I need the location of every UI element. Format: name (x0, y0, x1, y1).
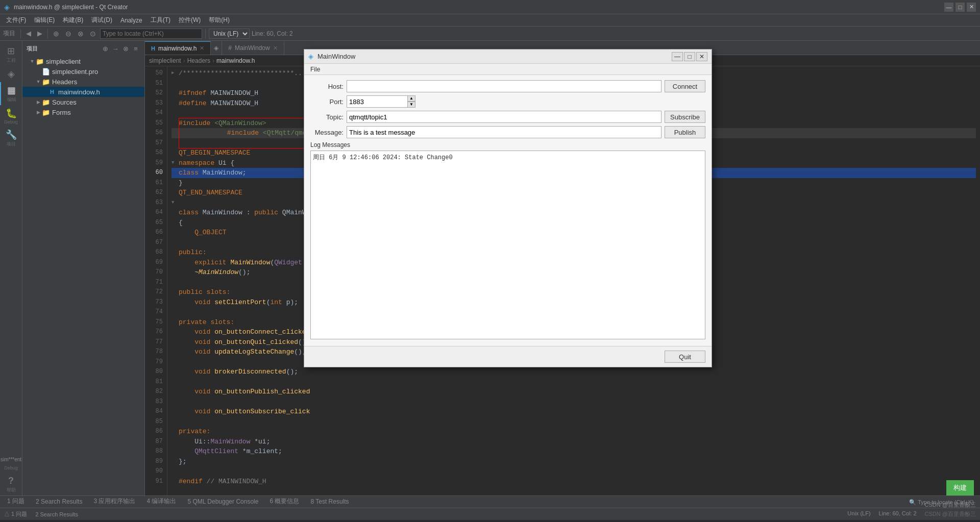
menu-controls[interactable]: 控件(W) (175, 15, 205, 26)
tree-btn-1[interactable]: ⊕ (101, 44, 110, 53)
menu-analyze[interactable]: Analyze (116, 16, 146, 25)
folder-icon-sources: 📁 (42, 98, 50, 106)
construct-button[interactable]: 构建 (946, 480, 974, 495)
tree-btn-4[interactable]: ≡ (131, 44, 140, 53)
port-spin-up[interactable]: ▲ (407, 95, 415, 102)
bottom-tab-compile[interactable]: 4 编译输出 (141, 495, 181, 508)
line-num-91: 91 (145, 477, 163, 487)
back-button[interactable]: ◀ (24, 29, 33, 38)
tree-item-forms[interactable]: ▶ 📁 Forms (22, 107, 144, 117)
nav-btn-1[interactable]: ⊕ (51, 29, 61, 39)
tree-item-pro[interactable]: 📄 simpleclient.pro (22, 66, 144, 77)
popup-port-input[interactable] (347, 95, 408, 108)
tree-item-simpleclient[interactable]: ▼ 📁 simpleclient (22, 56, 144, 66)
tree-item-sources[interactable]: ▶ 📁 Sources (22, 97, 144, 107)
popup-log-section: Log Messages 周日 6月 9 12:46:06 2024: Stat… (310, 141, 705, 341)
menu-tools[interactable]: 工具(T) (146, 15, 175, 26)
activity-item-editor[interactable]: ▦ 编辑 (0, 82, 22, 105)
forward-button[interactable]: ▶ (35, 29, 44, 38)
popup-quit-btn[interactable]: Quit (665, 351, 705, 363)
popup-title-left: ◈ MainWindow (308, 53, 355, 60)
activity-item-help[interactable]: ? 帮助 (0, 473, 22, 495)
breadcrumb-file[interactable]: mainwindow.h (216, 57, 255, 64)
tab-close-mainwindow[interactable]: ✕ (273, 45, 278, 52)
code-line-83 (172, 397, 976, 407)
bottom-tab-problems[interactable]: 1 问题 (2, 495, 30, 508)
bottom-tab-qml-debug[interactable]: 5 QML Debugger Console (182, 496, 263, 508)
close-button[interactable]: ✕ (967, 3, 976, 12)
line-num-56: 56 (145, 128, 163, 138)
code-define: #define (179, 98, 210, 109)
minimize-button[interactable]: — (944, 3, 953, 12)
popup-publish-btn[interactable]: Publish (665, 126, 705, 138)
popup-menu: File (304, 64, 712, 75)
popup-minimize-btn[interactable]: — (672, 52, 683, 61)
editor-toolbar: 项目 ◀ ▶ ⊕ ⊖ ⊗ ⊙ Unix (LF) Line: 60, Col: … (0, 27, 980, 41)
tree-btn-3[interactable]: ⊗ (121, 44, 130, 53)
tree-item-mainwindow-h[interactable]: H mainwindow.h (22, 87, 144, 97)
menu-edit[interactable]: 编辑(E) (30, 15, 59, 26)
bottom-tab-search[interactable]: 2 Search Results (31, 496, 87, 508)
activity-bar: ⊞ 工程 ◈ ▦ 编辑 🐛 Debug 🔧 项目 sim***ent Debug… (0, 41, 22, 495)
popup-host-input[interactable] (347, 80, 662, 92)
menu-debug[interactable]: 调试(D) (87, 15, 116, 26)
activity-item-tools[interactable]: 🔧 项目 (0, 127, 22, 150)
code-explicit: explicit (194, 258, 230, 268)
csdn-watermark-text: CSDN @百里香酚三 (925, 502, 976, 508)
menu-help[interactable]: 帮助(H) (205, 15, 234, 26)
line-ending-select[interactable]: Unix (LF) (209, 29, 250, 39)
line-num-71: 71 (145, 278, 163, 288)
breadcrumb-sep-1: › (183, 57, 185, 64)
menu-file[interactable]: 文件(F) (2, 15, 30, 26)
activity-item-debug[interactable]: 🐛 Debug (0, 105, 22, 127)
line-num-51: 51 (145, 79, 163, 89)
line-num-86: 86 (145, 427, 163, 437)
breadcrumb-root[interactable]: simpleclient (149, 57, 181, 64)
tree-btn-2[interactable]: → (111, 44, 120, 53)
search-input[interactable] (100, 29, 202, 39)
popup-connect-btn[interactable]: Connect (665, 80, 705, 92)
port-spin-down[interactable]: ▼ (407, 102, 415, 108)
popup-log-area[interactable]: 周日 6月 9 12:46:06 2024: State Change0 (310, 151, 705, 339)
code-void-77: void (194, 337, 214, 347)
line-num-77: 77 (145, 337, 163, 347)
main-window-popup: ◈ MainWindow — □ ✕ File Host: Connect Po… (304, 49, 712, 367)
menu-build[interactable]: 构建(B) (59, 15, 87, 26)
code-client-ptr: *m_client; (238, 446, 282, 457)
code-void-80: void (194, 367, 214, 377)
activity-item-sim[interactable]: sim***ent Debug (0, 451, 22, 473)
code-qobject: Q_OBJECT (194, 228, 226, 238)
bottom-tab-summary[interactable]: 6 概要信息 (264, 495, 304, 508)
popup-close-btn[interactable]: ✕ (696, 52, 707, 61)
line-num-87: 87 (145, 437, 163, 447)
nav-btn-2[interactable]: ⊖ (63, 29, 74, 39)
tab-mainwindow-h[interactable]: H mainwindow.h ✕ (145, 41, 211, 55)
tree-toolbar: ⊕ → ⊗ ≡ (101, 44, 140, 53)
maximize-button[interactable]: □ (955, 3, 965, 12)
popup-controls: — □ ✕ (672, 52, 707, 61)
code-line-85 (172, 417, 976, 427)
bottom-tab-app-output[interactable]: 3 应用程序输出 (88, 495, 140, 508)
popup-maximize-btn[interactable]: □ (684, 52, 695, 61)
popup-subscribe-btn[interactable]: Subscribe (665, 111, 705, 123)
tab-mainwindow[interactable]: # MainWindow ✕ (222, 41, 284, 55)
breadcrumb-headers[interactable]: Headers (187, 57, 210, 64)
code-line-91: #endif // MAINWINDOW_H (172, 477, 976, 487)
nav-btn-4[interactable]: ⊙ (88, 29, 98, 39)
nav-btn-3[interactable]: ⊗ (76, 29, 86, 39)
title-bar-left: ◈ mainwindow.h @ simpleclient - Qt Creat… (4, 3, 128, 11)
code-close-89: }; (179, 457, 187, 467)
tree-item-headers[interactable]: ▼ 📁 Headers (22, 77, 144, 87)
popup-topic-input[interactable] (347, 111, 662, 123)
tab-close-mainwindow-h[interactable]: ✕ (200, 45, 204, 52)
line-num-74: 74 (145, 307, 163, 317)
bottom-tab-test[interactable]: 8 Test Results (305, 496, 354, 508)
activity-item-projects[interactable]: ⊞ 工程 (0, 43, 22, 66)
popup-message-input[interactable] (347, 126, 662, 138)
popup-menu-file[interactable]: File (306, 65, 324, 74)
title-bar: ◈ mainwindow.h @ simpleclient - Qt Creat… (0, 0, 980, 14)
file-icon-pro: 📄 (42, 67, 50, 76)
code-void-73: void (194, 297, 214, 308)
cursor-position: Line: 60, Col: 2 (252, 30, 293, 37)
activity-item-flow[interactable]: ◈ (0, 66, 22, 82)
